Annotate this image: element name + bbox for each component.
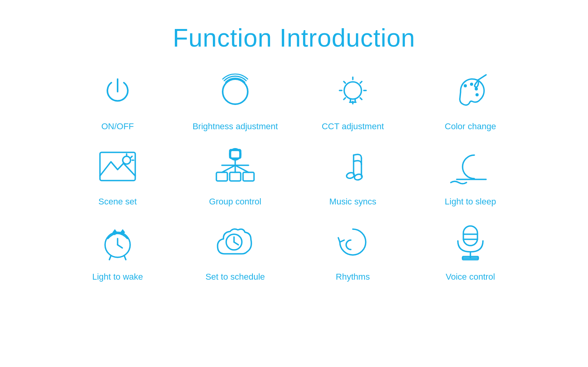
onoff-label: ON/OFF [101, 121, 134, 132]
colorchange-label: Color change [445, 121, 496, 132]
sceneset-label: Scene set [98, 197, 137, 207]
list-item: Light to wake [59, 219, 176, 282]
svg-line-43 [118, 245, 122, 248]
brightness-label: Brightness adjustment [192, 121, 278, 132]
list-item: ON/OFF [59, 68, 176, 132]
page-title: Function Introduction [173, 24, 416, 52]
musicsyncs-icon [329, 143, 376, 190]
voicecontrol-icon [447, 219, 494, 266]
lighttowake-label: Light to wake [92, 272, 143, 282]
svg-line-32 [222, 165, 235, 172]
list-item: Color change [412, 68, 529, 132]
svg-point-1 [223, 79, 248, 104]
cct-icon [329, 68, 376, 115]
lighttosleep-icon [447, 143, 494, 190]
rhythms-icon [329, 219, 376, 266]
svg-line-45 [124, 256, 126, 260]
svg-line-49 [234, 242, 238, 245]
musicsyncs-label: Music syncs [329, 197, 376, 207]
list-item: Set to schedule [176, 219, 294, 282]
svg-line-23 [131, 156, 132, 157]
svg-line-10 [344, 81, 345, 83]
list-item: Scene set [59, 143, 176, 207]
list-item: Voice control [412, 219, 529, 282]
groupcontrol-icon [212, 143, 259, 190]
function-grid: ON/OFF Brightness adjustment [59, 68, 529, 282]
settoschedule-icon [212, 219, 259, 266]
svg-point-14 [464, 84, 467, 87]
svg-rect-30 [243, 172, 254, 181]
svg-rect-28 [216, 172, 227, 181]
svg-point-39 [354, 174, 363, 181]
voicecontrol-label: Voice control [446, 272, 495, 282]
svg-point-21 [123, 156, 131, 164]
svg-rect-29 [230, 172, 241, 181]
svg-line-18 [478, 75, 486, 80]
list-item: Rhythms [294, 219, 412, 282]
list-item: Group control [176, 143, 294, 207]
groupcontrol-label: Group control [209, 197, 261, 207]
svg-line-12 [360, 81, 362, 83]
list-item: Light to sleep [412, 143, 529, 207]
svg-line-13 [344, 98, 345, 99]
rhythms-label: Rhythms [336, 272, 370, 282]
colorchange-icon [447, 68, 494, 115]
sceneset-icon [94, 143, 141, 190]
svg-point-2 [344, 82, 361, 99]
brightness-icon [212, 68, 259, 115]
svg-line-11 [360, 98, 362, 99]
cct-label: CCT adjustment [322, 121, 384, 132]
svg-rect-26 [230, 150, 240, 158]
svg-point-38 [346, 172, 355, 179]
settoschedule-label: Set to schedule [205, 272, 265, 282]
lighttosleep-label: Light to sleep [445, 197, 496, 207]
svg-line-34 [235, 165, 249, 172]
onoff-icon [94, 68, 141, 115]
list-item: Brightness adjustment [176, 68, 294, 132]
svg-rect-20 [100, 152, 135, 181]
lighttowake-icon [94, 219, 141, 266]
svg-point-15 [470, 83, 473, 86]
list-item: Music syncs [294, 143, 412, 207]
svg-line-44 [109, 256, 111, 260]
svg-rect-51 [463, 226, 477, 246]
list-item: CCT adjustment [294, 68, 412, 132]
svg-point-17 [475, 93, 479, 96]
